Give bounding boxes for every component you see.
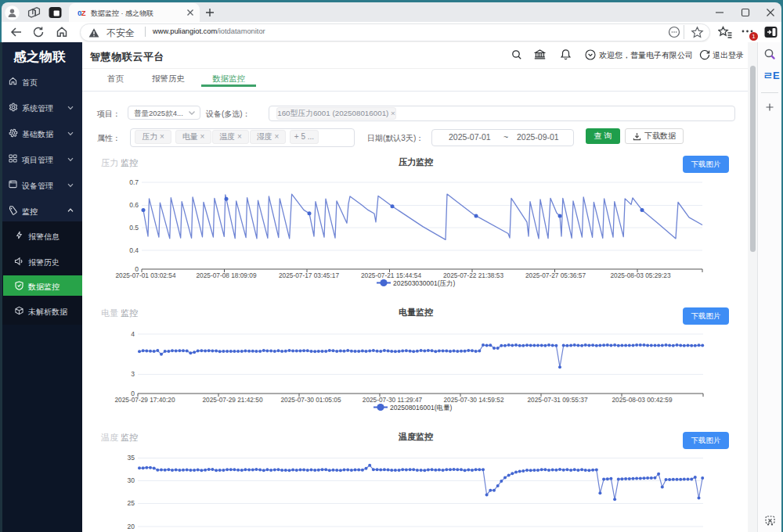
svg-text:35: 35	[128, 454, 135, 462]
svg-text:2025-07-29 21:42:50: 2025-07-29 21:42:50	[202, 396, 262, 404]
svg-text:30: 30	[128, 476, 135, 484]
svg-text:202508016001(电量): 202508016001(电量)	[390, 404, 453, 412]
svg-text:0.5: 0.5	[129, 224, 139, 232]
svg-text:0.6: 0.6	[129, 201, 139, 209]
svg-text:2025-07-31 09:55:37: 2025-07-31 09:55:37	[527, 396, 587, 404]
svg-text:4: 4	[131, 330, 135, 338]
svg-text:2025-07-21 15:44:54: 2025-07-21 15:44:54	[361, 271, 421, 279]
svg-text:3: 3	[131, 370, 135, 378]
svg-text:2025-07-27 05:36:57: 2025-07-27 05:36:57	[525, 271, 586, 279]
svg-text:2025-08-03 00:42:59: 2025-08-03 00:42:59	[612, 396, 672, 404]
svg-text:2025-07-17 03:45:17: 2025-07-17 03:45:17	[279, 271, 339, 279]
svg-text:20: 20	[128, 523, 135, 530]
svg-text:2025-07-08 18:09:09: 2025-07-08 18:09:09	[196, 271, 256, 279]
svg-text:202503030001(压力): 202503030001(压力)	[393, 279, 456, 287]
svg-text:2025-07-29 17:40:20: 2025-07-29 17:40:20	[114, 396, 175, 404]
svg-text:25: 25	[128, 499, 135, 507]
svg-text:2025-07-01 03:02:54: 2025-07-01 03:02:54	[115, 271, 175, 279]
svg-text:2025-07-22 21:38:53: 2025-07-22 21:38:53	[443, 271, 503, 279]
svg-text:0.7: 0.7	[129, 178, 139, 186]
svg-text:2025-07-30 11:29:47: 2025-07-30 11:29:47	[363, 396, 423, 404]
svg-text:0.4: 0.4	[129, 246, 139, 254]
svg-text:2025-07-30 01:05:05: 2025-07-30 01:05:05	[280, 396, 341, 404]
svg-text:2025-08-03 05:29:23: 2025-08-03 05:29:23	[610, 271, 670, 279]
svg-text:2025-07-30 14:59:52: 2025-07-30 14:59:52	[443, 396, 503, 404]
